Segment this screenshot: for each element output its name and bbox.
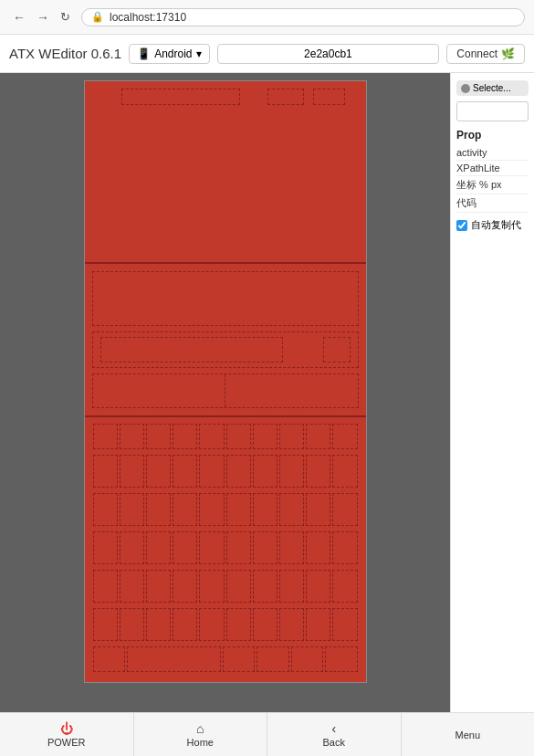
back-button[interactable]: ←: [9, 8, 29, 26]
browser-nav: ← → ↻: [9, 8, 74, 26]
mid-row-1: [92, 271, 359, 326]
kb-key: [223, 646, 256, 672]
kb-key: [279, 455, 304, 488]
power-label: POWER: [47, 737, 86, 748]
kb-key: [146, 424, 171, 449]
kb-key: [173, 531, 197, 564]
kb-key: [146, 455, 171, 488]
power-button[interactable]: ⏻ POWER: [0, 713, 134, 756]
dropdown-icon: ▾: [196, 47, 202, 60]
prop-row-code: 代码: [456, 194, 529, 213]
kb-key: [332, 531, 357, 564]
kb-key: [253, 570, 277, 603]
kb-key: [332, 570, 357, 603]
phone-screen[interactable]: [84, 80, 367, 683]
kb-key: [199, 493, 224, 526]
kb-key: [173, 424, 197, 449]
kb-key: [173, 493, 197, 526]
kb-key: [332, 493, 357, 526]
top-rect-1: [121, 89, 240, 105]
kb-key: [306, 455, 330, 488]
kb-row-2: [92, 492, 359, 527]
kb-key: [120, 455, 144, 488]
connect-label: Connect: [456, 47, 497, 60]
back-button[interactable]: ‹ Back: [267, 713, 402, 756]
phone-area: [0, 73, 450, 712]
kb-key: [253, 455, 277, 488]
kb-key: [93, 455, 118, 488]
kb-key: [279, 608, 304, 641]
kb-key: [226, 493, 251, 526]
auto-copy-checkbox[interactable]: [456, 220, 467, 231]
kb-key: [226, 531, 251, 564]
auto-copy-label: 自动复制代: [471, 218, 521, 232]
selected-circle-icon: [461, 84, 470, 93]
kb-key: [93, 608, 118, 641]
kb-key: [199, 531, 224, 564]
kb-key: [226, 608, 251, 641]
kb-key: [279, 493, 304, 526]
prop-row-coords: 坐标 % px: [456, 176, 529, 194]
kb-key: [253, 608, 277, 641]
device-id: 2e2a0cb1: [217, 44, 440, 64]
mid-row-3: [92, 373, 359, 408]
reload-button[interactable]: ↻: [57, 8, 74, 26]
android-label: Android: [154, 47, 192, 60]
selected-indicator: Selecte...: [456, 80, 529, 96]
app-title: ATX WEditor 0.6.1: [9, 46, 121, 61]
kb-key: [93, 570, 118, 603]
kb-key: [199, 570, 224, 603]
prop-label: Prop: [456, 129, 529, 142]
kb-key: [226, 424, 251, 449]
mid-side-rect: [323, 337, 351, 362]
android-icon: 📱: [137, 47, 151, 60]
back-label: Back: [323, 737, 345, 748]
kb-key: [173, 455, 197, 488]
kb-key: [120, 493, 144, 526]
kb-key: [93, 493, 118, 526]
home-button[interactable]: ⌂ Home: [134, 713, 268, 756]
url-text: localhost:17310: [110, 11, 186, 24]
phone-top-section: [85, 81, 366, 264]
kb-key: [146, 493, 171, 526]
phone-keyboard-section: [85, 417, 366, 682]
kb-key: [279, 424, 304, 449]
kb-key: [127, 646, 221, 672]
connect-button[interactable]: Connect 🌿: [446, 44, 525, 64]
prop-row-activity: activity: [456, 145, 529, 161]
prop-row-xpath: XPathLite: [456, 161, 529, 176]
kb-key: [199, 455, 224, 488]
kb-key: [226, 455, 251, 488]
kb-key: [93, 646, 126, 672]
kb-key: [120, 570, 144, 603]
kb-key: [279, 531, 304, 564]
kb-key: [120, 424, 144, 449]
kb-key: [93, 531, 118, 564]
mid-row3-right: [225, 374, 358, 407]
kb-key: [226, 570, 251, 603]
top-rect-2: [267, 89, 304, 105]
home-label: Home: [187, 737, 214, 748]
side-panel: Selecte... Prop activity XPathLite 坐标 % …: [450, 73, 534, 712]
kb-key: [332, 455, 357, 488]
lock-icon: 🔒: [91, 11, 104, 23]
selected-label: Selecte...: [473, 83, 511, 93]
kb-key: [253, 493, 277, 526]
side-search-input[interactable]: [456, 101, 529, 121]
connect-icon: 🌿: [501, 47, 515, 60]
kb-row-1: [92, 454, 359, 488]
kb-row-6: [92, 646, 359, 673]
forward-button[interactable]: →: [33, 8, 53, 26]
kb-key: [120, 608, 144, 641]
kb-key: [279, 570, 304, 603]
browser-bar: ← → ↻ 🔒 localhost:17310: [0, 0, 534, 35]
device-selector[interactable]: 📱 Android ▾: [129, 44, 209, 64]
address-bar[interactable]: 🔒 localhost:17310: [81, 8, 525, 26]
kb-key: [253, 531, 277, 564]
menu-button[interactable]: Menu: [402, 713, 535, 756]
mid-row3-left: [93, 374, 226, 407]
kb-key: [306, 608, 330, 641]
kb-row-5: [92, 607, 359, 642]
kb-key: [291, 646, 324, 672]
kb-key: [306, 424, 330, 449]
